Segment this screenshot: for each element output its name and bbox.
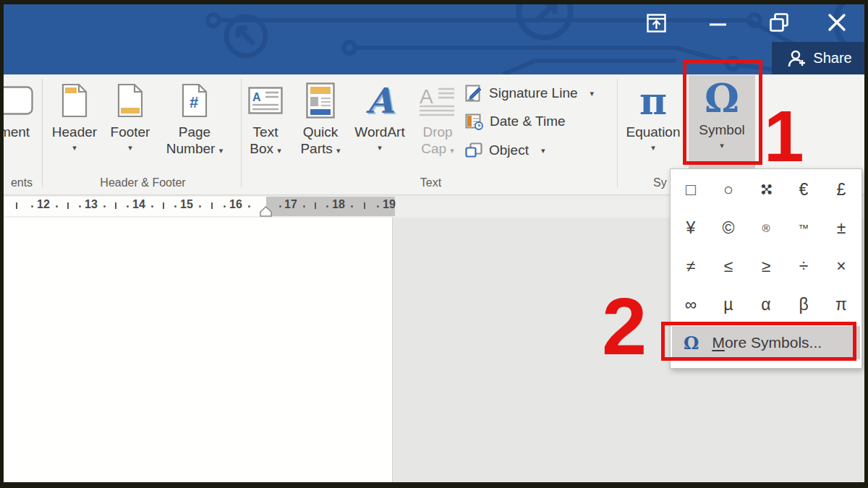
quick-parts-button[interactable]: Quick Parts ▾ <box>293 77 348 173</box>
symbol-grid: □○✣€£¥©®™±≠≤≥÷×∞µαβπ <box>672 171 860 324</box>
page-number-icon: # <box>182 83 208 118</box>
minimize-button[interactable] <box>705 13 730 36</box>
date-time-icon <box>465 113 483 130</box>
frame-bottom <box>0 482 868 488</box>
frame-left <box>0 0 4 488</box>
symbol-cell[interactable]: ¥ <box>672 209 710 247</box>
symbol-cell[interactable]: α <box>747 286 785 324</box>
symbol-cell[interactable]: × <box>822 247 860 286</box>
drop-cap-label-line1: Drop <box>422 124 452 140</box>
drop-cap-dropdown-arrow: ▾ <box>450 146 454 155</box>
ribbon-display-options-icon <box>647 14 666 33</box>
text-box-label-line1: Text <box>253 124 278 140</box>
frame-top <box>0 0 868 4</box>
ruler-dot <box>377 205 379 207</box>
close-button[interactable] <box>825 11 849 34</box>
page-number-button[interactable]: # Page Number ▾ <box>153 77 236 173</box>
equation-button[interactable]: π Equation ▾ <box>620 77 686 173</box>
ribbon-display-options-button[interactable] <box>644 12 668 35</box>
object-dropdown-arrow: ▾ <box>541 145 545 155</box>
quick-parts-icon <box>306 82 335 119</box>
restore-button[interactable] <box>767 11 791 34</box>
ruler-dot <box>31 205 33 207</box>
footer-icon <box>117 83 143 118</box>
indent-marker[interactable] <box>260 206 272 217</box>
symbol-cell[interactable]: π <box>822 286 860 324</box>
group-separator <box>241 79 242 187</box>
ruler-number: 15 <box>180 198 193 211</box>
text-box-button[interactable]: A Text Box ▾ <box>243 77 288 173</box>
page-number-label-line2: Number <box>166 141 216 156</box>
ruler-tick <box>16 202 17 209</box>
annotation-box-step2 <box>661 322 856 361</box>
symbol-cell[interactable]: ≤ <box>710 247 747 286</box>
ruler-number: 13 <box>85 198 98 211</box>
ruler-tick <box>315 202 316 209</box>
page-number-label-line1: Page <box>179 124 210 140</box>
symbol-cell[interactable]: µ <box>710 286 747 324</box>
group-separator <box>42 79 43 187</box>
share-button[interactable]: Share <box>772 42 864 74</box>
frame-right <box>864 0 868 488</box>
wordart-button[interactable]: A WordArt ▾ <box>349 77 411 173</box>
ruler-number: 19 <box>383 198 396 211</box>
footer-dropdown-arrow: ▾ <box>128 143 132 152</box>
svg-text:A: A <box>420 85 433 108</box>
ruler-tick <box>211 202 213 209</box>
date-time-button[interactable]: Date & Time <box>465 109 566 134</box>
restore-icon <box>770 13 789 32</box>
symbol-cell[interactable]: £ <box>822 171 860 209</box>
symbol-cell[interactable]: © <box>710 209 747 247</box>
page-number-dropdown-arrow: ▾ <box>219 146 224 155</box>
ruler-dot <box>303 205 305 207</box>
quick-parts-label-line1: Quick <box>303 124 339 140</box>
ruler-dot <box>127 205 129 207</box>
text-group-label: Text <box>244 176 617 189</box>
drop-cap-label-line2: Cap <box>421 141 446 156</box>
symbol-cell[interactable]: ™ <box>785 209 822 247</box>
signature-line-dropdown-arrow: ▾ <box>590 88 595 98</box>
annotation-digit-step2: 2 <box>602 286 647 367</box>
signature-line-icon <box>465 85 482 102</box>
wordart-label: WordArt <box>354 124 404 140</box>
symbol-cell[interactable]: ∞ <box>672 286 710 324</box>
wordart-icon: A <box>366 80 393 121</box>
text-box-icon: A <box>248 87 283 114</box>
symbol-cell[interactable]: ÷ <box>785 247 822 286</box>
object-button[interactable]: Object ▾ <box>465 138 545 163</box>
comment-icon <box>0 86 33 115</box>
symbol-cell[interactable]: ± <box>822 209 860 247</box>
symbol-cell[interactable]: β <box>785 286 822 324</box>
header-button[interactable]: Header ▾ <box>48 77 101 173</box>
text-box-label-line2: Box <box>250 141 273 156</box>
comments-group-label-partial: ents <box>4 176 40 189</box>
comment-button-partial[interactable]: ment <box>0 77 38 173</box>
signature-line-button[interactable]: Signature Line ▾ <box>465 81 594 106</box>
symbol-cell[interactable]: ≠ <box>672 247 710 286</box>
symbol-cell[interactable]: □ <box>672 171 710 209</box>
header-dropdown-arrow: ▾ <box>72 143 77 152</box>
symbol-cell[interactable]: ≥ <box>747 247 785 286</box>
ruler-number: 16 <box>229 198 242 211</box>
ruler-dot <box>174 205 176 207</box>
group-separator <box>617 79 618 187</box>
drop-cap-button[interactable]: A Drop Cap ▾ <box>412 77 463 173</box>
ruler-tick <box>163 202 164 209</box>
ruler-tick <box>67 202 69 209</box>
ruler-dot <box>151 205 153 207</box>
ruler-dot <box>224 205 226 207</box>
ruler-dot <box>248 205 250 207</box>
document-page[interactable] <box>4 218 393 482</box>
quick-parts-label-line2: Parts <box>300 141 332 156</box>
ruler-number: 17 <box>284 198 297 211</box>
annotation-digit-step1: 1 <box>764 100 804 172</box>
equation-pi-icon: π <box>639 79 667 123</box>
ruler-dot <box>103 205 106 207</box>
footer-button[interactable]: Footer ▾ <box>104 77 156 173</box>
ruler-dot <box>351 205 353 207</box>
ruler-dot <box>199 205 201 207</box>
word-window: Share ment Header ▾ <box>0 0 868 488</box>
drop-cap-icon: A <box>420 85 456 116</box>
header-footer-group-label: Header & Footer <box>47 176 239 189</box>
ruler-dot <box>326 205 328 207</box>
